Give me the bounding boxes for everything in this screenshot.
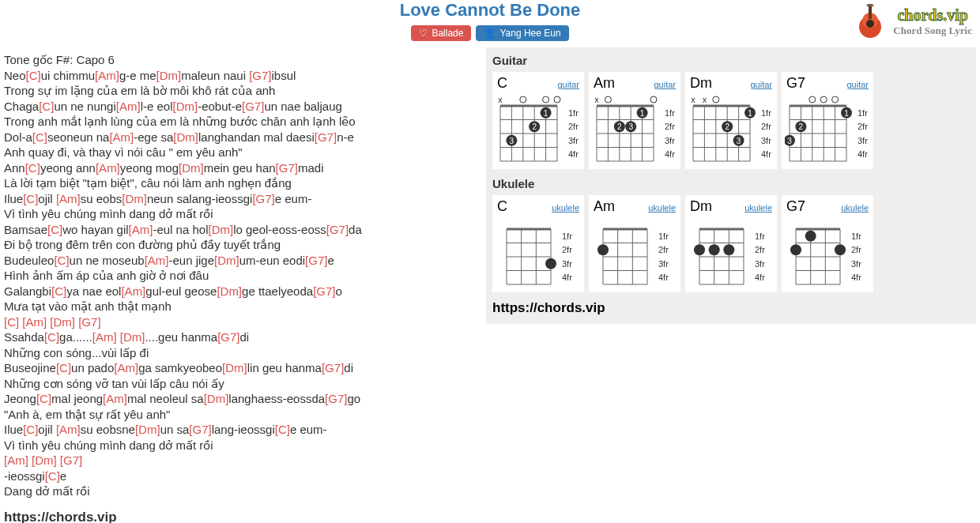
ukulele-chord-diagram: Dmukulele1fr2fr3fr4fr bbox=[685, 195, 777, 292]
guitar-diagrams: Cguitarx1231fr2fr3fr4frAmguitarx1231fr2f… bbox=[492, 72, 970, 169]
chord-inline: [Dm] bbox=[156, 69, 182, 82]
svg-text:1fr: 1fr bbox=[755, 231, 765, 241]
lyric-line: Anh quay đi, và thay vì nói câu " em yêu… bbox=[4, 145, 478, 160]
svg-text:2: 2 bbox=[617, 122, 622, 131]
chord-inline: [Am] bbox=[109, 130, 134, 144]
instrument-link[interactable]: ukulele bbox=[841, 203, 869, 213]
lyric-line: Trong anh mắt lạnh lùng của em là những … bbox=[4, 114, 478, 130]
svg-text:4fr: 4fr bbox=[755, 273, 765, 282]
svg-text:1fr: 1fr bbox=[851, 231, 861, 241]
instrument-link[interactable]: guitar bbox=[557, 80, 579, 89]
svg-rect-3 bbox=[869, 5, 872, 19]
svg-text:1: 1 bbox=[544, 109, 548, 118]
chord-inline: [C] bbox=[44, 330, 59, 344]
instrument-link[interactable]: ukulele bbox=[552, 203, 579, 213]
chord-diagrams-panel: Guitar Cguitarx1231fr2fr3fr4frAmguitarx1… bbox=[486, 47, 976, 324]
lyric-line: Galangbi[C]ya nae eol[Am]gul-eul geose[D… bbox=[4, 284, 478, 299]
lyric-line: Những con sóng...vùi lấp đi bbox=[4, 345, 478, 361]
chord-inline: [G7] bbox=[252, 192, 274, 205]
svg-text:1fr: 1fr bbox=[562, 231, 572, 241]
chord-inline: [Dm] bbox=[172, 100, 198, 113]
ukulele-chord-diagram: Cukulele1fr2fr3fr4fr bbox=[492, 195, 584, 292]
instrument-link[interactable]: guitar bbox=[654, 80, 676, 89]
svg-text:1fr: 1fr bbox=[858, 108, 868, 118]
instrument-link[interactable]: ukulele bbox=[648, 203, 676, 213]
chord-name: Dm bbox=[690, 75, 712, 92]
svg-point-90 bbox=[832, 96, 839, 103]
lyric-line: "Anh à, em thật sự rất yêu anh" bbox=[4, 407, 478, 423]
chord-inline: [Am] bbox=[129, 223, 153, 236]
chord-inline: [C] bbox=[25, 161, 40, 175]
sidebar-url: https://chords.vip bbox=[492, 300, 970, 316]
svg-text:4fr: 4fr bbox=[562, 273, 572, 282]
chord-name: Am bbox=[594, 198, 615, 215]
svg-text:4fr: 4fr bbox=[665, 149, 675, 159]
chord-inline: [Dm] bbox=[135, 423, 160, 436]
ukulele-chord-diagram: G7ukulele1fr2fr3fr4fr bbox=[782, 195, 873, 292]
logo-line2: Chord Song Lyric bbox=[893, 24, 972, 37]
svg-text:1: 1 bbox=[844, 109, 849, 118]
chord-inline: [G7] bbox=[189, 423, 211, 436]
lyric-line: Trong sự im lặng của em là bờ môi khô rá… bbox=[4, 83, 478, 99]
svg-text:x: x bbox=[594, 95, 599, 104]
chord-inline: [Am] bbox=[116, 100, 141, 113]
lyric-line: Dang dở mất rồi bbox=[4, 483, 478, 499]
lyric-line: Ilue[C]ojil [Am]su eobs[Dm]neun salang-i… bbox=[4, 191, 478, 207]
svg-text:4fr: 4fr bbox=[658, 273, 669, 282]
artist-badge[interactable]: 👤 Yang Hee Eun bbox=[476, 25, 568, 41]
genre-badge[interactable]: ♡ Ballade bbox=[411, 25, 471, 41]
site-logo[interactable]: chords.vip Chord Song Lyric bbox=[852, 3, 972, 40]
chord-name: G7 bbox=[786, 75, 805, 92]
chord-inline: [Dm] bbox=[122, 192, 147, 205]
chord-inline: [Am] bbox=[103, 392, 127, 405]
chord-inline: [Am] bbox=[95, 69, 119, 82]
svg-text:1fr: 1fr bbox=[665, 108, 675, 118]
lyric-line: Dol-a[C]seoneun na[Am]-ege sa[Dm]langhan… bbox=[4, 130, 478, 145]
chord-inline: [C] bbox=[47, 223, 62, 236]
lyric-line: Vì tình yêu chúng mình dang dở mất rồi bbox=[4, 206, 478, 222]
chord-inline: [G7] bbox=[242, 100, 264, 113]
svg-text:1fr: 1fr bbox=[568, 108, 579, 118]
instrument-link[interactable]: guitar bbox=[750, 80, 772, 89]
lyric-line: Đi bộ trong đêm trên con đường phủ đầy t… bbox=[4, 237, 478, 253]
chord-inline: [Am] bbox=[56, 423, 81, 436]
svg-point-17 bbox=[543, 96, 549, 103]
badges: ♡ Ballade 👤 Yang Hee Eun bbox=[0, 25, 980, 41]
svg-text:2: 2 bbox=[532, 122, 537, 131]
chord-inline: [G7] bbox=[305, 254, 327, 267]
ukulele-diagrams: Cukulele1fr2fr3fr4frAmukulele1fr2fr3fr4f… bbox=[492, 195, 970, 292]
logo-text: chords.vip Chord Song Lyric bbox=[893, 6, 972, 37]
chord-inline: [C] bbox=[39, 100, 54, 113]
svg-text:2fr: 2fr bbox=[658, 245, 669, 254]
svg-point-139 bbox=[694, 244, 705, 255]
svg-point-89 bbox=[820, 96, 827, 103]
instrument-link[interactable]: guitar bbox=[846, 80, 869, 89]
chord-inline: [G7] bbox=[217, 330, 239, 344]
svg-point-2 bbox=[866, 20, 874, 28]
chord-inline: [C] bbox=[23, 423, 38, 436]
svg-point-42 bbox=[650, 96, 657, 103]
chord-inline: [Dm] bbox=[209, 223, 234, 236]
svg-text:3: 3 bbox=[628, 122, 633, 131]
genre-label: Ballade bbox=[432, 28, 463, 39]
svg-text:3fr: 3fr bbox=[665, 136, 675, 145]
guitar-chord-diagram: Dmguitarxx1231fr2fr3fr4fr bbox=[685, 72, 777, 169]
chord-inline: [Am] bbox=[96, 161, 120, 175]
guitar-chord-diagram: G7guitar1231fr2fr3fr4fr bbox=[782, 72, 873, 169]
svg-text:4fr: 4fr bbox=[851, 273, 861, 282]
instrument-link[interactable]: ukulele bbox=[744, 203, 772, 213]
lyric-line: Mưa tạt vào mặt anh thật mạnh bbox=[4, 299, 478, 314]
svg-point-66 bbox=[713, 96, 719, 103]
svg-text:2fr: 2fr bbox=[851, 245, 861, 254]
svg-text:1: 1 bbox=[640, 109, 645, 118]
svg-point-154 bbox=[805, 231, 816, 242]
ukulele-section-title: Ukulele bbox=[492, 177, 970, 190]
svg-text:3fr: 3fr bbox=[858, 136, 868, 145]
lyric-line: Ilue[C]ojil [Am]su eobsne[Dm]un sa[G7]la… bbox=[4, 422, 478, 438]
chord-inline: [C] bbox=[23, 192, 38, 205]
chord-name: Dm bbox=[690, 198, 712, 215]
svg-point-140 bbox=[723, 244, 734, 255]
lyric-line: Buseojine[C]un pado[Am]ga samkyeobeo[Dm]… bbox=[4, 360, 478, 376]
svg-text:3fr: 3fr bbox=[568, 136, 579, 145]
lyric-line: Neo[C]ui chimmu[Am]g-e me[Dm]maleun naui… bbox=[4, 68, 478, 84]
